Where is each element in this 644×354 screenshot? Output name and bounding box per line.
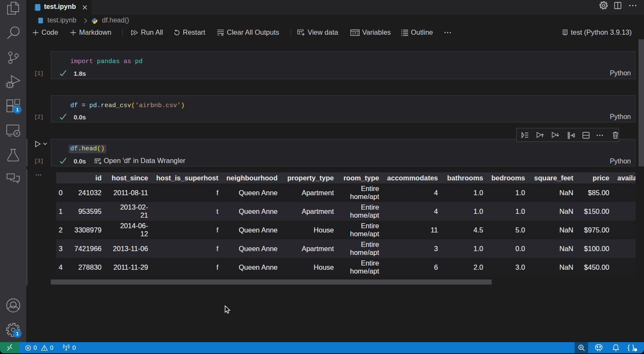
svg-text:(x): (x) (352, 31, 358, 36)
